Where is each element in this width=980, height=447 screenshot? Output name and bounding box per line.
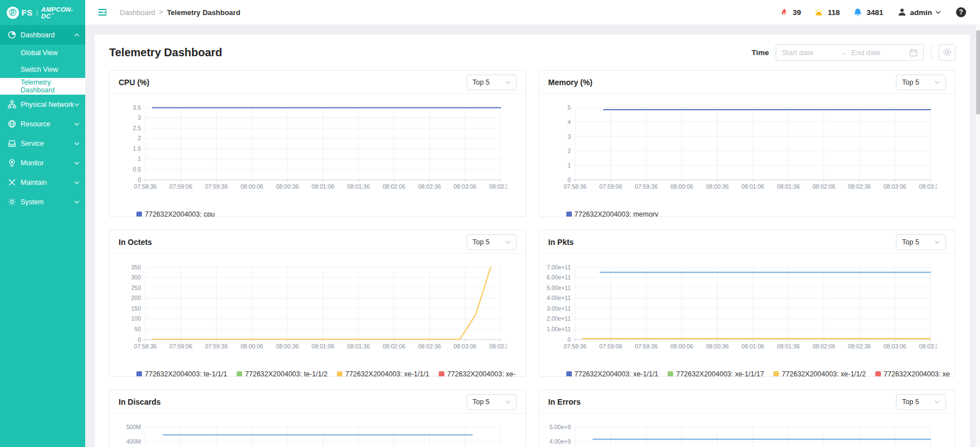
- chart-canvas[interactable]: 00.511.522.533.507:58:3607:59:0607:59:36…: [114, 99, 507, 203]
- chevron-down-icon: [934, 81, 940, 84]
- sidebar-subitem-label: Telemetry Dashboard: [21, 78, 85, 94]
- svg-text:08:00:36: 08:00:36: [705, 343, 728, 350]
- chart-body: 05010015020025030035007:58:3607:59:0607:…: [110, 254, 526, 377]
- chart-legend: 772632X2004003: cpu: [136, 209, 520, 217]
- svg-text:08:03:36: 08:03:36: [489, 343, 507, 350]
- legend-item[interactable]: 772632X2004003: cpu: [136, 210, 215, 217]
- scrollbar-thumb[interactable]: [976, 30, 980, 115]
- notification-alarm[interactable]: 118: [814, 8, 840, 17]
- legend-item[interactable]: 772632X2004003: xe-1/1/2: [773, 370, 866, 377]
- svg-text:08:00:06: 08:00:06: [670, 183, 693, 190]
- svg-text:08:02:36: 08:02:36: [847, 183, 870, 190]
- svg-text:08:02:06: 08:02:06: [383, 343, 405, 350]
- vertical-scrollbar[interactable]: [975, 25, 980, 447]
- svg-text:08:03:36: 08:03:36: [919, 343, 937, 350]
- sidebar-item-monitor[interactable]: Monitor: [0, 153, 85, 173]
- svg-text:08:00:06: 08:00:06: [241, 343, 263, 350]
- top-n-value: Top 5: [902, 398, 919, 406]
- sidebar-item-switch-view[interactable]: Switch View: [0, 61, 85, 78]
- sidebar-item-physical-network[interactable]: Physical Network: [0, 95, 85, 114]
- charts-grid: CPU (%)Top 500.511.522.533.507:58:3607:5…: [109, 70, 955, 447]
- sidebar-item-label: Maintain: [21, 179, 74, 186]
- top-n-value: Top 5: [902, 238, 919, 246]
- chart-canvas[interactable]: 01.00e+112.00e+113.00e+114.00e+115.00e+1…: [544, 258, 937, 363]
- bell-icon: [853, 8, 863, 17]
- sidebar-item-maintain[interactable]: Maintain: [0, 173, 85, 192]
- submenu-dashboard: Global ViewSwitch ViewTelemetry Dashboar…: [0, 45, 85, 95]
- svg-text:0: 0: [138, 336, 141, 343]
- chevron-down-icon: [935, 11, 941, 14]
- legend-item[interactable]: 772632X2004003: te-1/1/2: [237, 370, 327, 377]
- panel-header: Telemetry Dashboard Time Start date → En…: [109, 44, 955, 61]
- top-n-select[interactable]: Top 5: [896, 234, 946, 250]
- sidebar-item-resource[interactable]: Resource: [0, 114, 85, 134]
- sidebar-item-service[interactable]: Service: [0, 134, 85, 153]
- chart-canvas[interactable]: 0100M200M300M400M500M07:58:3607:59:0607:…: [114, 418, 507, 447]
- svg-text:4: 4: [567, 119, 571, 125]
- legend-item[interactable]: 772632X2004003: xe: [875, 370, 950, 377]
- sidebar-item-dashboard[interactable]: Dashboard: [0, 25, 85, 45]
- legend-swatch-icon: [237, 371, 242, 377]
- top-n-select[interactable]: Top 5: [896, 75, 946, 90]
- app-logo[interactable]: ⓟ FS | AMPCON-DC™: [0, 0, 85, 25]
- top-n-select[interactable]: Top 5: [467, 234, 517, 250]
- sidebar-item-label: Resource: [21, 120, 74, 128]
- legend-item[interactable]: 772632X2004003: xe-: [439, 370, 516, 377]
- svg-text:08:01:06: 08:01:06: [312, 183, 335, 190]
- top-n-select[interactable]: Top 5: [467, 75, 517, 90]
- svg-text:07:58:36: 07:58:36: [564, 183, 586, 190]
- service-icon: [8, 139, 16, 148]
- flame-icon: [779, 8, 788, 17]
- time-controls: Time Start date → End date: [752, 44, 955, 61]
- svg-text:0.5: 0.5: [133, 166, 141, 173]
- chart-canvas[interactable]: 01.00e+92.00e+93.00e+94.00e+95.00e+907:5…: [544, 418, 937, 447]
- chart-title: In Octets: [119, 238, 152, 247]
- user-menu[interactable]: admin: [898, 8, 941, 17]
- legend-item[interactable]: 772632X2004003: te-1/1/1: [136, 370, 227, 377]
- svg-text:4.00e+9: 4.00e+9: [549, 438, 570, 445]
- fs-logo-icon: ⓟ: [7, 7, 19, 19]
- settings-button[interactable]: [939, 44, 955, 61]
- legend-item[interactable]: 772632X2004003: xe-1/1/17: [668, 370, 764, 377]
- top-n-select[interactable]: Top 5: [896, 394, 946, 410]
- svg-text:0: 0: [138, 176, 141, 183]
- svg-text:0: 0: [567, 176, 571, 183]
- svg-text:08:01:36: 08:01:36: [347, 343, 370, 350]
- svg-text:07:58:36: 07:58:36: [564, 343, 586, 350]
- chart-canvas[interactable]: 01234507:58:3607:59:0607:59:3608:00:0608…: [544, 99, 937, 203]
- svg-text:250: 250: [131, 284, 141, 291]
- svg-text:08:02:06: 08:02:06: [812, 343, 835, 350]
- svg-text:3: 3: [138, 114, 141, 121]
- sidebar-item-telemetry-dashboard[interactable]: Telemetry Dashboard: [0, 78, 85, 95]
- date-range-picker[interactable]: Start date → End date: [776, 44, 924, 61]
- help-icon[interactable]: ?: [955, 7, 967, 18]
- sidebar-item-label: Monitor: [21, 159, 74, 167]
- svg-text:08:01:06: 08:01:06: [741, 183, 764, 190]
- chevron-down-icon: [505, 240, 511, 244]
- chart-title: CPU (%): [119, 78, 149, 87]
- sidebar-item-system[interactable]: System: [0, 192, 85, 212]
- legend-label: 772632X2004003: te-1/1/1: [145, 370, 227, 377]
- svg-text:2.00e+11: 2.00e+11: [546, 315, 570, 322]
- sidebar-item-global-view[interactable]: Global View: [0, 45, 85, 61]
- notification-bell[interactable]: 3481: [853, 8, 883, 17]
- chart-canvas[interactable]: 05010015020025030035007:58:3607:59:0607:…: [114, 258, 507, 363]
- menu-fold-icon[interactable]: [97, 7, 107, 17]
- svg-text:2.5: 2.5: [133, 125, 141, 131]
- end-date-input[interactable]: End date: [851, 48, 905, 57]
- legend-item[interactable]: 772632X2004003: xe-1/1/1: [566, 370, 659, 377]
- start-date-input[interactable]: Start date: [782, 48, 835, 57]
- svg-text:5.00e+11: 5.00e+11: [546, 284, 570, 291]
- svg-text:400M: 400M: [126, 438, 141, 445]
- legend-item[interactable]: 772632X2004003: memory: [566, 210, 659, 217]
- notification-flame[interactable]: 39: [779, 8, 801, 17]
- top-n-select[interactable]: Top 5: [467, 394, 517, 410]
- legend-label: 772632X2004003: memory: [575, 210, 659, 217]
- legend-item[interactable]: 772632X2004003: xe-1/1/1: [337, 370, 429, 377]
- user-icon: [898, 8, 906, 17]
- breadcrumb-dashboard[interactable]: Dashboard: [120, 8, 155, 17]
- svg-text:1.00e+11: 1.00e+11: [546, 326, 570, 332]
- flame-count: 39: [792, 8, 801, 17]
- svg-text:08:01:36: 08:01:36: [777, 183, 800, 190]
- svg-text:1.5: 1.5: [133, 145, 141, 152]
